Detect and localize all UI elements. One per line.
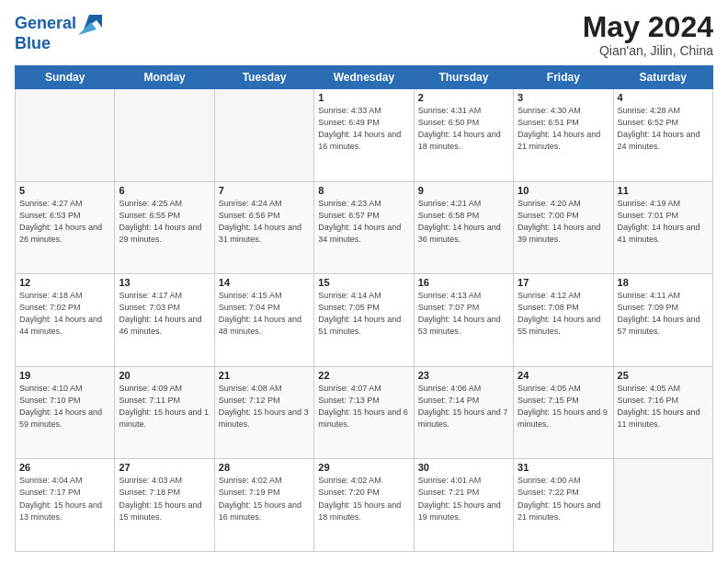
day-number: 30 — [418, 462, 509, 473]
calendar-cell: 24Sunrise: 4:05 AMSunset: 7:15 PMDayligh… — [514, 366, 613, 459]
daylight-label: Daylight: 14 hours and 48 minutes. — [219, 315, 301, 336]
calendar-cell: 15Sunrise: 4:14 AMSunset: 7:05 PMDayligh… — [314, 274, 414, 367]
calendar-cell: 14Sunrise: 4:15 AMSunset: 7:04 PMDayligh… — [214, 274, 313, 367]
calendar-cell: 26Sunrise: 4:04 AMSunset: 7:17 PMDayligh… — [16, 459, 115, 552]
sunrise-label: Sunrise: 4:06 AM — [418, 384, 482, 393]
sunset-label: Sunset: 7:15 PM — [518, 396, 579, 405]
daylight-label: Daylight: 14 hours and 39 minutes. — [518, 223, 600, 244]
sunrise-label: Sunrise: 4:07 AM — [318, 384, 381, 393]
day-number: 14 — [219, 277, 310, 288]
sunset-label: Sunset: 7:17 PM — [19, 488, 81, 497]
sunset-label: Sunset: 7:10 PM — [19, 396, 81, 405]
daylight-label: Daylight: 15 hours and 3 minutes. — [219, 408, 309, 429]
sunset-label: Sunset: 7:03 PM — [119, 303, 180, 312]
header-sunday: Sunday — [16, 66, 115, 89]
sunset-label: Sunset: 7:12 PM — [219, 396, 280, 405]
day-info: Sunrise: 4:33 AMSunset: 6:49 PMDaylight:… — [318, 105, 409, 153]
day-number: 2 — [418, 92, 509, 103]
sunrise-label: Sunrise: 4:13 AM — [418, 291, 482, 300]
sunrise-label: Sunrise: 4:12 AM — [518, 291, 581, 300]
calendar-cell: 21Sunrise: 4:08 AMSunset: 7:12 PMDayligh… — [214, 366, 313, 459]
day-info: Sunrise: 4:19 AMSunset: 7:01 PMDaylight:… — [618, 198, 709, 246]
daylight-label: Daylight: 14 hours and 59 minutes. — [19, 408, 102, 429]
day-info: Sunrise: 4:31 AMSunset: 6:50 PMDaylight:… — [418, 105, 509, 153]
day-number: 11 — [618, 185, 709, 196]
daylight-label: Daylight: 15 hours and 7 minutes. — [418, 408, 508, 429]
daylight-label: Daylight: 15 hours and 9 minutes. — [518, 408, 608, 429]
daylight-label: Daylight: 14 hours and 57 minutes. — [618, 315, 700, 336]
day-number: 7 — [219, 185, 310, 196]
day-number: 29 — [318, 462, 409, 473]
calendar-cell: 11Sunrise: 4:19 AMSunset: 7:01 PMDayligh… — [613, 181, 712, 274]
day-info: Sunrise: 4:11 AMSunset: 7:09 PMDaylight:… — [618, 290, 709, 338]
sunset-label: Sunset: 7:21 PM — [418, 488, 480, 497]
daylight-label: Daylight: 15 hours and 15 minutes. — [119, 500, 201, 522]
daylight-label: Daylight: 14 hours and 29 minutes. — [119, 223, 201, 244]
header-thursday: Thursday — [414, 66, 513, 89]
daylight-label: Daylight: 14 hours and 31 minutes. — [219, 223, 301, 244]
daylight-label: Daylight: 14 hours and 34 minutes. — [318, 223, 401, 244]
daylight-label: Daylight: 14 hours and 51 minutes. — [318, 315, 401, 336]
day-info: Sunrise: 4:02 AMSunset: 7:20 PMDaylight:… — [318, 475, 409, 523]
sunrise-label: Sunrise: 4:33 AM — [318, 106, 381, 115]
sunset-label: Sunset: 6:56 PM — [219, 211, 280, 220]
sunrise-label: Sunrise: 4:19 AM — [618, 199, 681, 208]
calendar-week-row: 19Sunrise: 4:10 AMSunset: 7:10 PMDayligh… — [16, 366, 713, 459]
day-info: Sunrise: 4:20 AMSunset: 7:00 PMDaylight:… — [518, 198, 609, 246]
day-info: Sunrise: 4:14 AMSunset: 7:05 PMDaylight:… — [318, 290, 409, 338]
calendar-cell: 4Sunrise: 4:28 AMSunset: 6:52 PMDaylight… — [613, 89, 712, 182]
calendar-cell: 22Sunrise: 4:07 AMSunset: 7:13 PMDayligh… — [314, 366, 414, 459]
day-info: Sunrise: 4:06 AMSunset: 7:14 PMDaylight:… — [418, 383, 509, 431]
daylight-label: Daylight: 14 hours and 55 minutes. — [518, 315, 600, 336]
sunrise-label: Sunrise: 4:23 AM — [318, 199, 381, 208]
sunrise-label: Sunrise: 4:31 AM — [418, 106, 482, 115]
calendar-cell: 17Sunrise: 4:12 AMSunset: 7:08 PMDayligh… — [514, 274, 613, 367]
day-info: Sunrise: 4:10 AMSunset: 7:10 PMDaylight:… — [19, 383, 110, 431]
sunrise-label: Sunrise: 4:05 AM — [618, 384, 681, 393]
sunrise-label: Sunrise: 4:04 AM — [19, 476, 83, 485]
day-number: 25 — [618, 370, 709, 381]
calendar-cell: 9Sunrise: 4:21 AMSunset: 6:58 PMDaylight… — [414, 181, 513, 274]
sunrise-label: Sunrise: 4:01 AM — [418, 476, 482, 485]
daylight-label: Daylight: 15 hours and 16 minutes. — [219, 500, 301, 522]
day-number: 17 — [518, 277, 609, 288]
sunrise-label: Sunrise: 4:25 AM — [119, 199, 182, 208]
sunrise-label: Sunrise: 4:30 AM — [518, 106, 581, 115]
calendar-cell: 1Sunrise: 4:33 AMSunset: 6:49 PMDaylight… — [314, 89, 414, 182]
day-info: Sunrise: 4:30 AMSunset: 6:51 PMDaylight:… — [518, 105, 609, 153]
day-info: Sunrise: 4:05 AMSunset: 7:16 PMDaylight:… — [618, 383, 709, 431]
daylight-label: Daylight: 14 hours and 16 minutes. — [318, 130, 401, 151]
day-number: 9 — [418, 185, 509, 196]
day-info: Sunrise: 4:09 AMSunset: 7:11 PMDaylight:… — [119, 383, 210, 431]
sunset-label: Sunset: 7:13 PM — [318, 396, 380, 405]
day-info: Sunrise: 4:05 AMSunset: 7:15 PMDaylight:… — [518, 383, 609, 431]
sunset-label: Sunset: 6:55 PM — [119, 211, 180, 220]
calendar-cell — [214, 89, 313, 182]
sunrise-label: Sunrise: 4:11 AM — [618, 291, 681, 300]
day-number: 13 — [119, 277, 210, 288]
sunset-label: Sunset: 7:22 PM — [518, 488, 579, 497]
day-number: 31 — [518, 462, 609, 473]
calendar-cell: 29Sunrise: 4:02 AMSunset: 7:20 PMDayligh… — [314, 459, 414, 552]
day-number: 10 — [518, 185, 609, 196]
daylight-label: Daylight: 15 hours and 13 minutes. — [19, 500, 102, 522]
header-tuesday: Tuesday — [214, 66, 313, 89]
logo-text: General — [15, 15, 76, 32]
sunset-label: Sunset: 7:01 PM — [618, 211, 679, 220]
day-info: Sunrise: 4:12 AMSunset: 7:08 PMDaylight:… — [518, 290, 609, 338]
sunrise-label: Sunrise: 4:17 AM — [119, 291, 182, 300]
sunrise-label: Sunrise: 4:21 AM — [418, 199, 482, 208]
sunrise-label: Sunrise: 4:20 AM — [518, 199, 581, 208]
sunset-label: Sunset: 7:00 PM — [518, 211, 579, 220]
calendar-cell: 13Sunrise: 4:17 AMSunset: 7:03 PMDayligh… — [115, 274, 214, 367]
calendar-cell: 8Sunrise: 4:23 AMSunset: 6:57 PMDaylight… — [314, 181, 414, 274]
calendar-cell: 2Sunrise: 4:31 AMSunset: 6:50 PMDaylight… — [414, 89, 513, 182]
calendar-table: Sunday Monday Tuesday Wednesday Thursday… — [15, 65, 713, 552]
sunset-label: Sunset: 7:08 PM — [518, 303, 579, 312]
day-info: Sunrise: 4:27 AMSunset: 6:53 PMDaylight:… — [19, 198, 110, 246]
day-info: Sunrise: 4:01 AMSunset: 7:21 PMDaylight:… — [418, 475, 509, 523]
calendar-cell: 19Sunrise: 4:10 AMSunset: 7:10 PMDayligh… — [16, 366, 115, 459]
sunset-label: Sunset: 6:53 PM — [19, 211, 81, 220]
day-number: 22 — [318, 370, 409, 381]
day-number: 18 — [618, 277, 709, 288]
